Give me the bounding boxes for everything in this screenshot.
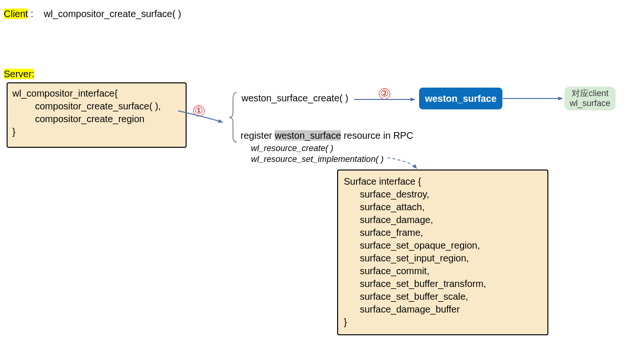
circled-two-icon: ②	[379, 88, 390, 99]
surface-interface-close: }	[344, 316, 542, 329]
register-prefix: register	[241, 130, 275, 141]
surface-interface-item-3: surface_frame,	[344, 226, 542, 239]
surface-interface-item-0: surface_destroy,	[344, 188, 542, 201]
step1-marker: ①	[193, 105, 205, 116]
step2-marker: ②	[379, 88, 390, 99]
surface-interface-item-7: surface_set_buffer_transform,	[344, 277, 542, 290]
surface-interface-item-8: surface_set_buffer_scale,	[344, 290, 542, 303]
surface-interface-item-2: surface_damage,	[344, 214, 542, 226]
brace-icon	[229, 92, 237, 142]
client-wl-surface-line2: wl_surface	[570, 98, 610, 108]
client-wl-surface-line1: 对应client	[572, 89, 608, 98]
surface-interface-title: Surface interface {	[344, 175, 542, 188]
weston-surface-box-label: weston_surface	[425, 93, 496, 104]
surface-interface-item-5: surface_set_input_region,	[344, 252, 542, 265]
surface-interface-item-1: surface_attach,	[344, 201, 542, 214]
server-line: Server:	[4, 69, 34, 80]
surface-interface-item-4: surface_set_opaque_region,	[344, 239, 542, 252]
arrow-dashed-to-surface-icon	[387, 158, 417, 169]
circled-one-icon: ①	[193, 105, 205, 116]
rpc-call-set-impl: wl_resource_set_implementation( )	[251, 154, 384, 165]
register-highlight: weston_surface	[275, 130, 341, 141]
rpc-calls: wl_resource_create( ) wl_resource_set_im…	[251, 143, 384, 164]
compositor-interface-title: wl_compositor_interface{	[12, 87, 181, 100]
weston-surface-create-call: weston_surface_create( )	[242, 93, 349, 104]
surface-interface-item-9: surface_damage_buffer	[344, 303, 542, 316]
surface-interface-box: Surface interface { surface_destroy, sur…	[337, 170, 548, 335]
client-label: Client	[4, 9, 28, 19]
client-line: Client : wl_compositor_create_surface( )	[4, 9, 181, 19]
server-label: Server:	[4, 69, 34, 79]
weston-surface-box: weston_surface	[419, 88, 502, 109]
compositor-interface-line1: compositor_create_surface( ),	[12, 100, 181, 113]
client-colon: :	[31, 9, 41, 19]
compositor-interface-line2: compositor_create_region	[12, 113, 181, 125]
surface-interface-item-6: surface_commit,	[344, 265, 542, 277]
compositor-interface-box: wl_compositor_interface{ compositor_crea…	[7, 82, 187, 148]
client-wl-surface-box: 对应client wl_surface	[564, 87, 616, 110]
client-call: wl_compositor_create_surface( )	[44, 9, 181, 19]
register-suffix: resource in RPC	[341, 130, 413, 141]
register-text: register weston_surface resource in RPC	[241, 130, 413, 141]
rpc-call-create: wl_resource_create( )	[251, 143, 384, 154]
compositor-interface-close: }	[12, 125, 181, 138]
